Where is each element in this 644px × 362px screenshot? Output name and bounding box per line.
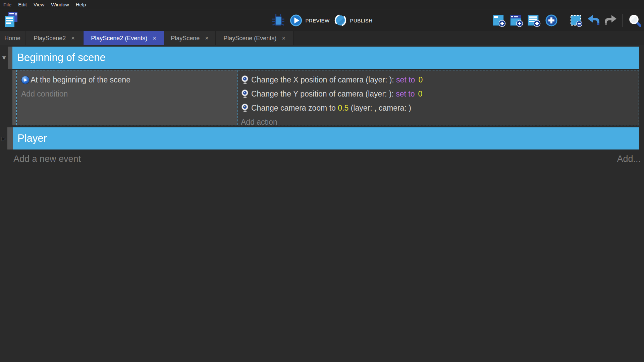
menu-item-window[interactable]: Window xyxy=(48,0,72,9)
action-text: Change camera zoom to xyxy=(251,104,338,113)
add-subevent-icon[interactable] xyxy=(510,14,523,27)
action-value: 0 xyxy=(418,75,423,84)
tab-label: PlayScene xyxy=(171,35,200,42)
group-header[interactable]: Beginning of scene xyxy=(12,47,639,69)
menu-item-view[interactable]: View xyxy=(30,0,48,9)
action-item[interactable]: Change the Y position of camera (layer: … xyxy=(241,87,639,101)
camera-icon xyxy=(241,75,249,84)
group-spine xyxy=(12,70,16,125)
tab-playscene2-events[interactable]: PlayScene2 (Events) × xyxy=(84,31,164,45)
tab-label: PlayScene2 xyxy=(34,35,66,42)
add-action-button[interactable]: Add action xyxy=(241,115,639,129)
tab-playscene[interactable]: PlayScene × xyxy=(164,31,216,45)
menu-item-help[interactable]: Help xyxy=(72,0,90,9)
collapse-toggle[interactable]: ▸ xyxy=(0,127,7,149)
action-text: Change the X position of camera (layer: … xyxy=(251,75,396,84)
publish-button[interactable]: PUBLISH xyxy=(334,14,372,27)
action-item[interactable]: Change camera zoom to 0.5 (layer: , came… xyxy=(241,101,639,115)
project-manager-icon[interactable] xyxy=(4,11,18,27)
tab-playscene-events[interactable]: PlayScene (Events) × xyxy=(216,31,294,45)
add-event-icon[interactable] xyxy=(492,14,506,27)
action-operator: set to xyxy=(396,89,415,99)
add-new-event-button[interactable]: Add a new event xyxy=(13,154,81,164)
caret-right-icon: ▸ xyxy=(2,134,6,143)
search-icon[interactable] xyxy=(629,14,641,27)
toolbar-separator xyxy=(564,14,564,27)
menu-item-edit[interactable]: Edit xyxy=(15,0,30,9)
event-row: ▶ At the beginning of the scene Add cond… xyxy=(12,70,639,125)
collapse-toggle[interactable]: ▾ xyxy=(0,47,8,69)
event-group-beginning-of-scene: ▾ Beginning of scene xyxy=(0,47,644,69)
camera-zoom-icon xyxy=(241,103,249,113)
preview-play-icon xyxy=(290,14,303,27)
events-sheet: ▾ Beginning of scene ▶ At the beginning … xyxy=(0,45,644,362)
tab-label: PlayScene (Events) xyxy=(223,35,276,42)
actions-panel: Change the X position of camera (layer: … xyxy=(237,70,639,125)
tab-bar: Home PlayScene2 × PlayScene2 (Events) × … xyxy=(0,31,644,45)
gdevelop-app: File Edit View Window Help xyxy=(0,0,644,362)
toolbar: PREVIEW PUBLISH xyxy=(0,9,644,31)
preview-button[interactable]: PREVIEW xyxy=(290,14,330,27)
tab-playscene2[interactable]: PlayScene2 × xyxy=(25,31,84,45)
add-circle-icon[interactable] xyxy=(545,14,558,27)
tab-label: Home xyxy=(4,35,20,42)
redo-icon[interactable] xyxy=(604,15,617,26)
close-icon[interactable]: × xyxy=(71,35,75,41)
add-more-button[interactable]: Add... xyxy=(617,154,641,164)
menu-bar: File Edit View Window Help xyxy=(0,0,644,9)
tab-home[interactable]: Home xyxy=(0,31,25,45)
action-text: Change the Y position of camera (layer: … xyxy=(251,89,396,99)
action-value: 0.5 xyxy=(338,104,348,113)
selected-event[interactable]: ▶ At the beginning of the scene Add cond… xyxy=(16,70,639,125)
toolbar-separator xyxy=(623,14,623,27)
add-condition-button[interactable]: Add condition xyxy=(21,87,237,101)
publish-label: PUBLISH xyxy=(350,18,372,23)
publish-sphere-icon xyxy=(334,14,347,27)
camera-icon xyxy=(241,89,249,99)
preview-label: PREVIEW xyxy=(306,18,330,23)
action-item[interactable]: Change the X position of camera (layer: … xyxy=(241,73,639,87)
add-event-row: Add a new event Add... xyxy=(0,154,644,164)
close-icon[interactable]: × xyxy=(282,35,285,41)
caret-down-icon: ▾ xyxy=(2,54,6,62)
group-spine xyxy=(7,127,13,149)
action-operator: set to xyxy=(396,75,415,84)
undo-icon[interactable] xyxy=(587,15,600,26)
condition-item[interactable]: ▶ At the beginning of the scene xyxy=(21,73,237,87)
close-icon[interactable]: × xyxy=(153,35,156,41)
group-spine xyxy=(8,47,12,69)
add-comment-icon[interactable] xyxy=(527,14,541,27)
select-events-icon[interactable] xyxy=(570,14,583,27)
menu-item-file[interactable]: File xyxy=(0,0,15,9)
action-text: (layer: , camera: ) xyxy=(348,104,411,113)
event-group-player: ▸ Player xyxy=(0,127,644,149)
debug-icon[interactable] xyxy=(272,13,285,28)
group-header[interactable]: Player xyxy=(13,127,639,149)
conditions-panel: ▶ At the beginning of the scene Add cond… xyxy=(17,70,237,125)
scene-start-icon: ▶ xyxy=(21,76,30,84)
close-icon[interactable]: × xyxy=(205,35,209,41)
tab-label: PlayScene2 (Events) xyxy=(91,35,147,42)
condition-text: At the beginning of the scene xyxy=(31,75,130,84)
action-value: 0 xyxy=(418,89,423,99)
